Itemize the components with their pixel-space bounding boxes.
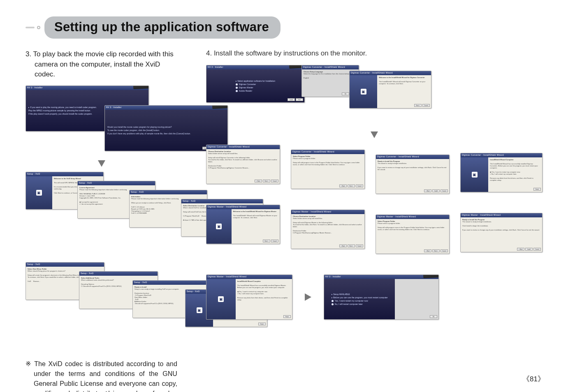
final-row: Digimax Master - InstallShield Wizard ▣ … [206,274,542,320]
xvid-cascade-2: Setup - XviD Select Start Menu Folder Wh… [26,262,177,348]
wizard-icon: ▣ [361,89,366,95]
converter-welcome: Digimax Converter - InstallShield Wizard… [349,71,431,108]
installer-restart: NV 3 : Installer ▸ Setup AVAILABLE ▸ Bef… [324,274,439,320]
software-row-1: NV 3 : Installer ▸ Select application so… [206,65,542,127]
welcome-title: Welcome to the XviD Setup Wizard [54,178,81,180]
ok-button[interactable]: OK [430,315,437,318]
wizard-icon: ▣ [36,190,42,196]
converter-ready: Digimax Converter - InstallShield Wizard… [376,154,450,194]
note-marker: ※ [26,360,32,367]
menu-digimax-converter[interactable]: Digimax Converter [239,83,256,85]
arrow-down-icon [98,160,105,167]
restart-yes-option[interactable]: Yes, I want restart my computer now [335,300,368,302]
master-cascade: Digimax Master - InstallShield Wizard ▣ … [206,205,542,258]
master-ready: Digimax Master - InstallShield Wizard Re… [460,213,542,252]
section-heading: Setting up the application software [26,16,542,39]
wizard-icon: ▣ [218,296,224,302]
browse-button[interactable]: Browse... [325,232,332,234]
restart-no-option[interactable]: No, I will restart computer later [335,303,363,305]
converter-destination: Digimax Converter - InstallShield Wizard… [206,145,280,184]
heading-lead-line [26,27,35,28]
xvid-license-note: ※ The XviD codec is distributed accordin… [26,359,177,392]
menu-adobe-reader[interactable]: Adobe Reader [239,90,252,92]
finish-button[interactable]: Finish [258,323,266,325]
master-complete: Digimax Master - InstallShield Wizard ▣ … [206,274,292,320]
converter-complete: Digimax Converter - InstallShield Wizard… [460,153,542,192]
titlebar: NV 3 : Installer [26,86,148,90]
menu-digimax-master[interactable]: Digimax Master [239,86,253,89]
arrow-down-icon [371,131,378,138]
heading-dot-icon [37,26,40,29]
wizard-icon: ▣ [216,224,222,229]
browse-button[interactable]: Browse... [242,167,249,169]
wizard-icon: ▣ [472,172,478,178]
converter-cascade: Digimax Converter - InstallShield Wizard… [206,145,542,198]
notaccept-radio[interactable]: I do not accept the agreement [81,203,103,205]
installer-pair-top: NV 3 : Installer ▸ If you want to play t… [26,85,177,155]
xvid-cascade-1: Setup - XviD ▣ Welcome to the XviD Setup… [26,172,177,262]
step-3-text: 3. To play back the movie clip recorded … [26,49,177,80]
wizard-icon: ▣ [197,307,202,313]
restart-no-radio[interactable]: No, I will restart my computer later. [491,173,517,175]
ok-button[interactable]: OK [342,92,349,95]
browse-button[interactable]: Browse... [33,280,40,282]
heading-pill: Setting up the application software [44,16,281,39]
arrow-right-icon [305,293,311,301]
master-welcome: Digimax Master - InstallShield Wizard ▣ … [206,205,280,244]
restart-no-radio[interactable]: No, I will restart my computer later. [239,293,264,295]
decode-checkbox[interactable]: Decode all supported FourCCs (DIVX, DX50… [83,285,121,287]
converter-program-folder: Digimax Converter - InstallShield Wizard… [291,150,365,189]
installer-window-main: NV 3 : Installer ▸ Select application so… [206,65,305,103]
page-number: 《81》 [522,374,545,384]
step-4-text: 4. Install the software by instructions … [206,49,542,58]
master-destination: Digimax Master - InstallShield Wizard Ch… [291,210,365,249]
master-program-folder: Digimax Master - InstallShield Wizard Se… [376,214,450,254]
page-title: Setting up the application software [54,20,269,35]
